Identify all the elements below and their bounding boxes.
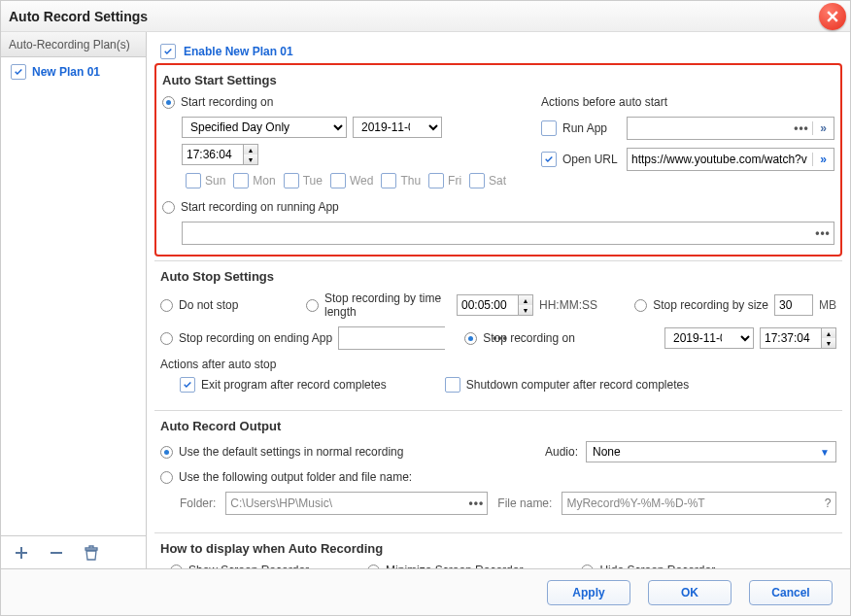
auto-record-settings-window: Auto Record Settings Auto-Recording Plan… <box>0 0 851 616</box>
day-thu[interactable] <box>381 173 396 188</box>
size-suffix: MB <box>819 298 836 312</box>
running-app-input[interactable] <box>183 222 812 244</box>
folder-browse[interactable]: ••• <box>465 496 487 510</box>
stop-by-size-radio[interactable] <box>634 299 647 312</box>
start-on-date-radio[interactable] <box>162 96 175 109</box>
plan-checkbox[interactable] <box>11 64 26 80</box>
chevron-down-icon: ▼ <box>820 447 830 458</box>
folder-field[interactable]: ••• <box>225 492 488 515</box>
day-sun[interactable] <box>186 173 201 188</box>
display-group: How to display when Auto Recording Show … <box>154 532 842 568</box>
use-following-radio[interactable] <box>160 471 173 484</box>
titlebar: Auto Record Settings <box>1 1 850 32</box>
open-url-field[interactable]: » <box>627 148 834 171</box>
audio-value: None <box>593 445 621 459</box>
run-app-input[interactable] <box>628 118 791 139</box>
day-tue[interactable] <box>284 173 299 188</box>
audio-select[interactable]: None ▼ <box>586 441 836 462</box>
add-plan-button[interactable] <box>13 544 30 562</box>
cancel-button[interactable]: Cancel <box>749 580 833 605</box>
running-app-browse[interactable]: ••• <box>812 226 834 240</box>
start-time-down[interactable]: ▼ <box>244 154 257 164</box>
actions-after-label: Actions after auto stop <box>160 358 836 371</box>
start-time-spinner[interactable]: ▲▼ <box>182 144 258 165</box>
day-sat[interactable] <box>469 173 485 188</box>
audio-label: Audio: <box>545 445 578 459</box>
minus-icon <box>49 545 64 561</box>
auto-stop-group: Auto Stop Settings Do not stop Stop reco… <box>154 260 842 410</box>
use-default-radio[interactable] <box>160 446 173 459</box>
output-title: Auto Record Output <box>160 419 836 433</box>
exit-program-checkbox[interactable] <box>180 377 195 393</box>
stop-on-ending-app-radio[interactable] <box>160 332 173 345</box>
run-app-checkbox[interactable] <box>541 120 557 136</box>
display-title: How to display when Auto Recording <box>160 541 836 556</box>
sidebar: Auto-Recording Plan(s) New Plan 01 <box>1 32 147 568</box>
stop-by-length-label: Stop recording by time length <box>324 291 451 319</box>
stop-on-date-radio[interactable] <box>464 332 477 345</box>
stop-time-down[interactable]: ▼ <box>822 338 835 348</box>
close-icon <box>827 11 838 22</box>
trash-icon <box>85 545 98 561</box>
start-date-select[interactable]: 2019-11-05 <box>353 117 442 138</box>
day-fri[interactable] <box>428 173 444 188</box>
enable-plan-label: Enable New Plan 01 <box>184 45 293 58</box>
shutdown-checkbox[interactable] <box>445 377 460 393</box>
day-mon[interactable] <box>233 173 249 188</box>
stop-time-spinner[interactable]: ▲▼ <box>760 327 836 349</box>
apply-button[interactable]: Apply <box>547 580 630 605</box>
start-time-up[interactable]: ▲ <box>244 145 257 154</box>
no-stop-label: Do not stop <box>179 298 238 312</box>
start-on-app-radio[interactable] <box>162 201 175 214</box>
days-row: Sun Mon Tue Wed Thu Fri Sat <box>186 173 522 188</box>
use-default-label: Use the default settings in normal recor… <box>179 445 403 459</box>
remove-plan-button[interactable] <box>48 544 65 562</box>
close-button[interactable] <box>819 3 846 30</box>
no-stop-radio[interactable] <box>160 299 173 312</box>
filename-field[interactable]: ? <box>562 492 836 515</box>
run-app-field[interactable]: ••• » <box>627 117 834 140</box>
plan-label: New Plan 01 <box>32 65 100 79</box>
start-on-app-label: Start recording on running App <box>181 200 339 214</box>
stop-by-length-radio[interactable] <box>306 299 319 312</box>
actions-before-label: Actions before auto start <box>541 95 667 109</box>
filename-help-icon[interactable]: ? <box>820 496 835 510</box>
sidebar-item-plan[interactable]: New Plan 01 <box>1 57 146 86</box>
day-wed[interactable] <box>330 173 346 188</box>
open-url-go[interactable]: » <box>812 153 834 166</box>
sidebar-tab[interactable]: Auto-Recording Plan(s) <box>1 32 146 57</box>
body: Auto-Recording Plan(s) New Plan 01 Enabl… <box>1 32 850 568</box>
length-suffix: HH:MM:SS <box>539 298 597 312</box>
open-url-input[interactable] <box>628 149 812 170</box>
start-time-input[interactable] <box>183 145 243 164</box>
output-group: Auto Record Output Use the default setti… <box>154 410 842 532</box>
run-app-go[interactable]: » <box>812 121 834 135</box>
folder-input[interactable] <box>226 493 465 514</box>
start-on-date-label: Start recording on <box>181 95 273 109</box>
enable-plan-row: Enable New Plan 01 <box>154 40 842 63</box>
schedule-type-select[interactable]: Specified Day Only <box>182 117 347 138</box>
stop-date-select[interactable]: 2019-11-05 <box>664 327 754 349</box>
stop-time-input[interactable] <box>761 328 821 348</box>
stop-on-date-label: Stop recording on <box>483 331 575 345</box>
run-app-label: Run App <box>562 121 621 135</box>
enable-plan-checkbox[interactable] <box>160 44 176 59</box>
window-title: Auto Record Settings <box>9 9 148 24</box>
open-url-checkbox[interactable] <box>541 152 557 167</box>
delete-plan-button[interactable] <box>83 544 100 562</box>
length-up[interactable]: ▲ <box>519 295 532 305</box>
running-app-field[interactable]: ••• <box>182 222 834 245</box>
run-app-browse[interactable]: ••• <box>791 121 812 135</box>
ok-button[interactable]: OK <box>648 580 732 605</box>
length-down[interactable]: ▼ <box>519 305 532 315</box>
plus-icon <box>14 545 29 561</box>
open-url-label: Open URL <box>562 153 621 166</box>
folder-label: Folder: <box>180 496 216 510</box>
stop-size-input[interactable] <box>774 294 813 316</box>
stop-length-spinner[interactable]: ▲▼ <box>457 294 533 316</box>
ending-app-field[interactable]: ••• <box>338 326 445 350</box>
stop-length-input[interactable] <box>458 295 518 315</box>
filename-input[interactable] <box>562 493 820 514</box>
stop-time-up[interactable]: ▲ <box>822 328 835 338</box>
stop-by-size-label: Stop recording by size <box>653 298 768 312</box>
